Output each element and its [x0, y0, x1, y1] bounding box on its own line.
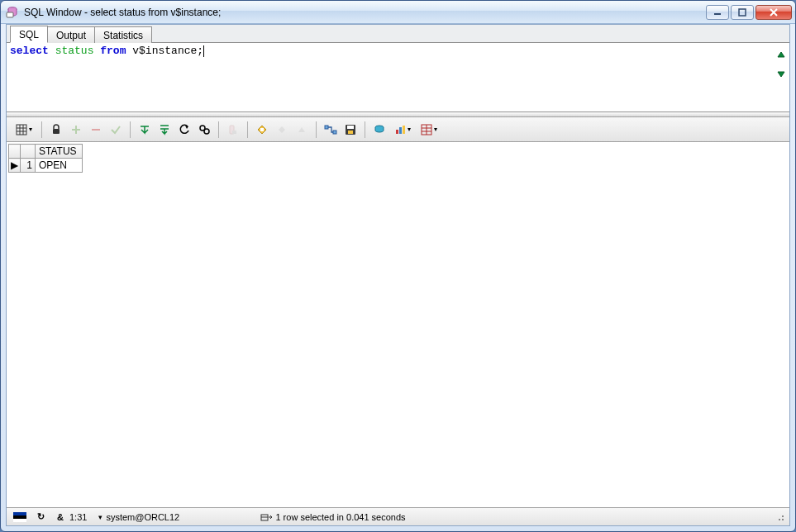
titlebar[interactable]: SQL Window - select status from v$instan…: [1, 1, 795, 24]
tab-label: SQL: [19, 29, 39, 40]
separator: [41, 121, 42, 138]
grid-corner[interactable]: [21, 145, 36, 159]
connection-label: system@ORCL12: [106, 512, 179, 522]
separator: [218, 121, 219, 138]
nav-next-button[interactable]: [293, 121, 311, 139]
status-bar: ↻ & 1:31 ▾ system@ORCL12 1 row selected …: [7, 507, 789, 525]
minimize-button[interactable]: [706, 5, 729, 20]
window-title: SQL Window - select status from v$instan…: [24, 7, 706, 18]
export-button[interactable]: ▾: [417, 121, 441, 139]
single-record-button[interactable]: [253, 121, 271, 139]
window-buttons: [706, 5, 792, 20]
svg-rect-3: [739, 9, 746, 16]
tab-statistics[interactable]: Statistics: [94, 26, 152, 43]
close-button[interactable]: [755, 5, 792, 20]
link-button[interactable]: [322, 121, 340, 139]
sql-window: SQL Window - select status from v$instan…: [0, 0, 796, 532]
sql-editor[interactable]: select status from v$instance;: [7, 43, 773, 112]
chevron-down-icon: ▾: [98, 513, 102, 521]
client-area: SQL Output Statistics select status from…: [6, 24, 790, 526]
editor-nav: [773, 43, 789, 112]
tab-label: Output: [56, 30, 86, 41]
chevron-down-icon: ▾: [434, 126, 437, 133]
status-connection[interactable]: ▾ system@ORCL12: [95, 512, 252, 522]
results-grid: STATUS ▶ 1 OPEN: [8, 144, 83, 173]
column-header[interactable]: STATUS: [36, 145, 83, 159]
results-panel[interactable]: STATUS ▶ 1 OPEN: [7, 142, 789, 507]
save-button[interactable]: [341, 121, 360, 139]
user-icon: &: [55, 511, 66, 523]
add-row-button[interactable]: [67, 121, 85, 139]
delete-row-button[interactable]: [87, 121, 105, 139]
cell[interactable]: OPEN: [36, 159, 83, 173]
svg-rect-18: [347, 126, 354, 129]
resize-grip[interactable]: [775, 511, 786, 523]
clear-button[interactable]: [224, 121, 242, 139]
svg-rect-4: [17, 125, 26, 135]
row-pointer-icon: ▶: [9, 159, 21, 173]
svg-point-11: [204, 129, 209, 134]
svg-rect-16: [333, 131, 336, 134]
tab-output[interactable]: Output: [47, 26, 95, 43]
svg-rect-13: [232, 131, 236, 134]
chevron-down-icon: ▾: [408, 126, 411, 133]
commit-button[interactable]: [107, 121, 125, 139]
scroll-up-icon[interactable]: [775, 50, 787, 61]
svg-rect-15: [325, 126, 328, 129]
tab-label: Statistics: [103, 30, 143, 41]
chevron-down-icon: ▾: [29, 126, 32, 133]
tab-bar: SQL Output Statistics: [7, 25, 789, 43]
lock-button[interactable]: [47, 121, 65, 139]
results-toolbar: ▾: [7, 117, 789, 142]
svg-rect-21: [396, 130, 398, 134]
separator: [247, 121, 248, 138]
find-button[interactable]: [195, 121, 213, 139]
fetch-next-button[interactable]: [136, 121, 154, 139]
tab-sql[interactable]: SQL: [10, 26, 48, 43]
svg-rect-22: [399, 127, 402, 134]
status-user: & 1:31: [51, 511, 90, 523]
svg-rect-9: [53, 129, 60, 134]
scroll-down-icon[interactable]: [775, 68, 787, 79]
table-row[interactable]: ▶ 1 OPEN: [9, 159, 83, 173]
app-icon: [6, 6, 19, 19]
svg-rect-19: [348, 131, 353, 134]
cursor-position: 1:31: [69, 512, 87, 522]
status-message: 1 row selected in 0.041 seconds: [257, 511, 408, 523]
svg-rect-14: [260, 128, 264, 131]
status-text: 1 row selected in 0.041 seconds: [275, 512, 405, 522]
status-flag: [10, 512, 30, 522]
refresh-icon[interactable]: ↻: [35, 511, 46, 523]
separator: [130, 121, 131, 138]
svg-rect-23: [403, 126, 405, 134]
nav-prev-button[interactable]: [273, 121, 291, 139]
separator: [365, 121, 365, 138]
svg-rect-1: [7, 12, 13, 17]
row-number: 1: [21, 159, 36, 173]
refresh-button[interactable]: [175, 121, 193, 139]
separator: [316, 121, 317, 138]
flag-icon: [13, 512, 26, 522]
svg-rect-2: [714, 13, 721, 15]
chart-button[interactable]: ▾: [390, 121, 415, 139]
print-button[interactable]: [370, 121, 388, 139]
grid-corner[interactable]: [9, 145, 21, 159]
column-label: STATUS: [39, 145, 77, 157]
editor-panel: select status from v$instance;: [7, 43, 789, 112]
maximize-button[interactable]: [731, 5, 754, 20]
grid-options-button[interactable]: ▾: [12, 121, 36, 139]
fetch-all-button[interactable]: [155, 121, 174, 139]
rows-icon: [260, 511, 272, 523]
